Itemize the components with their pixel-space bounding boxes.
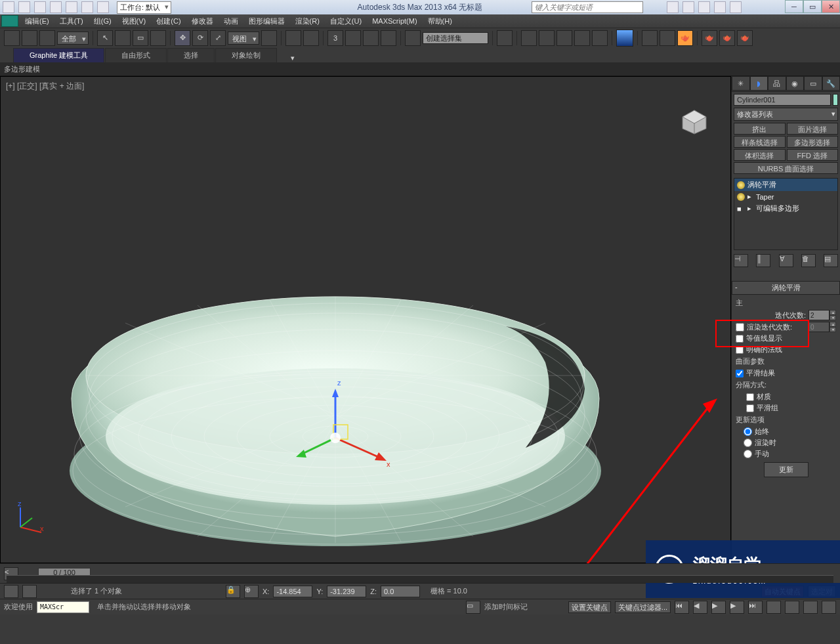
render-production-icon[interactable]: 🫖 — [677, 30, 693, 46]
select-object-icon[interactable]: ↖ — [97, 30, 113, 46]
panel-tab-utilities-icon[interactable]: 🔧 — [822, 76, 841, 91]
use-pivot-icon[interactable] — [261, 30, 277, 46]
set-key-button[interactable]: 设置关键点 — [568, 601, 611, 613]
panel-tab-create-icon[interactable]: ✳ — [732, 76, 750, 91]
maximize-button[interactable]: ▭ — [803, 0, 822, 13]
menu-rendering[interactable]: 渲染(R) — [290, 15, 325, 28]
play-icon[interactable]: ▶ — [711, 601, 726, 614]
move-icon[interactable]: ✥ — [175, 30, 190, 46]
update-button[interactable]: 更新 — [764, 462, 808, 477]
menu-create[interactable]: 创建(C) — [151, 15, 186, 28]
exchange-icon[interactable] — [714, 1, 726, 13]
sep-material-checkbox[interactable] — [746, 393, 754, 401]
schematic-view-icon[interactable] — [592, 30, 608, 46]
stack-item-taper[interactable]: ▸Taper — [734, 191, 837, 202]
named-selection-input[interactable]: 创建选择集 — [423, 32, 488, 44]
mod-btn-spline-select[interactable]: 样条线选择 — [734, 136, 786, 148]
binoculars-icon[interactable] — [667, 1, 679, 13]
link-icon[interactable] — [97, 1, 109, 13]
pin-stack-icon[interactable]: ⊣ — [734, 254, 748, 267]
align-icon[interactable] — [521, 30, 537, 46]
prev-frame-icon[interactable]: ◀ — [693, 601, 707, 614]
help-icon[interactable] — [730, 1, 742, 13]
select-link-icon[interactable] — [4, 30, 20, 46]
goto-start-icon[interactable]: ⏮ — [675, 601, 689, 614]
close-button[interactable]: ✕ — [822, 0, 840, 13]
app-logo-icon[interactable] — [1, 15, 18, 27]
edit-named-sel-icon[interactable] — [405, 30, 421, 46]
snap-toggle-icon[interactable]: 3 — [327, 30, 343, 46]
select-region-rect-icon[interactable]: ▭ — [133, 30, 148, 46]
select-name-icon[interactable] — [115, 30, 131, 46]
isoline-checkbox[interactable] — [736, 335, 744, 343]
make-unique-icon[interactable]: ∀ — [779, 254, 793, 267]
menu-group[interactable]: 组(G) — [89, 15, 117, 28]
sep-smoothgroup-checkbox[interactable] — [746, 404, 754, 412]
coord-z-input[interactable] — [381, 586, 420, 597]
window-crossing-icon[interactable] — [150, 30, 166, 46]
status-b-icon[interactable] — [22, 585, 37, 598]
time-slider[interactable]: < 0 / 100 — [0, 563, 840, 583]
rendered-frame-icon[interactable] — [660, 30, 675, 46]
app-menu-icon[interactable] — [3, 1, 14, 13]
stack-item-editpoly[interactable]: ■▸可编辑多边形 — [734, 202, 837, 215]
smooth-result-checkbox[interactable] — [736, 370, 744, 377]
menu-modifiers[interactable]: 修改器 — [186, 15, 219, 28]
coord-y-input[interactable] — [327, 586, 366, 597]
favorite-icon[interactable] — [682, 1, 694, 13]
explicit-normals-checkbox[interactable] — [736, 346, 744, 354]
spinner-snap-icon[interactable] — [381, 30, 396, 46]
bind-spacewarp-icon[interactable] — [39, 30, 55, 46]
absolute-mode-icon[interactable]: ⊕ — [244, 585, 259, 598]
render-iter-checkbox[interactable] — [736, 323, 744, 332]
nav-b-icon[interactable] — [785, 601, 799, 614]
configure-sets-icon[interactable]: ▤ — [824, 254, 838, 267]
iterations-input[interactable] — [808, 310, 830, 320]
render-setup-icon[interactable] — [642, 30, 658, 46]
status-a-icon[interactable] — [4, 585, 18, 598]
mirror-icon[interactable] — [497, 30, 513, 46]
new-icon[interactable] — [18, 1, 30, 13]
undo-icon[interactable] — [66, 1, 77, 13]
spin-down-icon[interactable]: ▾ — [830, 315, 836, 320]
teapot-a-icon[interactable]: 🫖 — [702, 30, 717, 46]
coord-x-input[interactable] — [273, 586, 312, 597]
ribbon-expand-icon[interactable]: ▾ — [291, 54, 295, 62]
modifier-stack[interactable]: 涡轮平滑 ▸Taper ■▸可编辑多边形 — [734, 178, 838, 250]
maxscript-listener-input[interactable] — [37, 601, 89, 613]
angle-snap-icon[interactable] — [345, 30, 361, 46]
menu-graph-editors[interactable]: 图形编辑器 — [243, 15, 290, 28]
show-end-result-icon[interactable]: ║ — [756, 254, 770, 267]
mod-btn-ffd-select[interactable]: FFD 选择 — [787, 149, 839, 161]
save-icon[interactable] — [50, 1, 62, 13]
bulb-icon[interactable] — [737, 193, 745, 201]
menu-customize[interactable]: 自定义(U) — [325, 15, 367, 28]
unlink-icon[interactable] — [22, 30, 37, 46]
panel-tab-hierarchy-icon[interactable]: 品 — [768, 76, 786, 91]
workspace-dropdown[interactable]: 工作台: 默认 — [117, 1, 171, 14]
menu-views[interactable]: 视图(V) — [117, 15, 152, 28]
open-icon[interactable] — [34, 1, 46, 13]
update-always-radio[interactable] — [744, 427, 752, 436]
menu-help[interactable]: 帮助(H) — [423, 15, 457, 28]
panel-tab-modify-icon[interactable]: ◗ — [750, 76, 768, 91]
render-iter-input[interactable] — [808, 322, 830, 332]
redo-icon[interactable] — [81, 1, 93, 13]
add-time-tag[interactable]: 添加时间标记 — [484, 602, 528, 612]
menu-tools[interactable]: 工具(T) — [54, 15, 89, 28]
percent-snap-icon[interactable] — [363, 30, 379, 46]
mod-btn-patch-select[interactable]: 面片选择 — [787, 123, 839, 135]
select-manipulate-icon[interactable] — [285, 30, 301, 46]
rollout-turbosmooth-header[interactable]: -涡轮平滑 — [732, 281, 840, 295]
modifier-list-dropdown[interactable]: 修改器列表 — [734, 108, 838, 121]
layer-manager-icon[interactable] — [539, 30, 555, 46]
mod-btn-nurbs-select[interactable]: NURBS 曲面选择 — [734, 162, 838, 174]
mod-btn-vol-select[interactable]: 体积选择 — [734, 149, 786, 161]
minimize-button[interactable]: ─ — [785, 0, 803, 13]
key-filters-button[interactable]: 关键点过滤器... — [615, 601, 671, 613]
selection-filter-dropdown[interactable]: 全部 — [57, 32, 89, 45]
panel-tab-display-icon[interactable]: ▭ — [804, 76, 822, 91]
menu-animation[interactable]: 动画 — [219, 15, 243, 28]
mod-btn-poly-select[interactable]: 多边形选择 — [787, 136, 839, 148]
object-color-swatch[interactable] — [833, 94, 838, 106]
